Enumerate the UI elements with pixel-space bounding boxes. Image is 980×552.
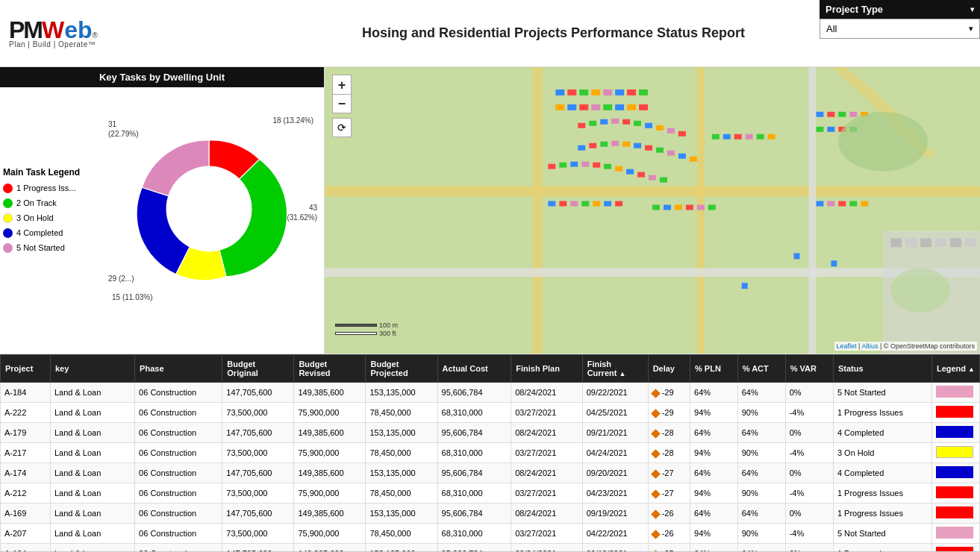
svg-rect-11 bbox=[615, 90, 624, 95]
delay-diamond bbox=[651, 469, 661, 479]
legend-label-5: 5 Not Started bbox=[16, 243, 65, 252]
svg-rect-32 bbox=[712, 134, 720, 139]
svg-rect-75 bbox=[838, 112, 846, 117]
col-project[interactable]: Project bbox=[1, 355, 51, 383]
svg-rect-57 bbox=[637, 172, 645, 178]
legend-dot-5 bbox=[3, 243, 13, 253]
col-phase[interactable]: Phase bbox=[135, 355, 222, 383]
svg-rect-85 bbox=[849, 201, 857, 207]
col-delay[interactable]: Delay bbox=[648, 355, 690, 383]
svg-rect-86 bbox=[861, 201, 868, 207]
svg-rect-33 bbox=[723, 134, 731, 139]
legend-dot-2 bbox=[3, 198, 13, 208]
dropdown-chevron: ▾ bbox=[969, 24, 973, 34]
status-swatch bbox=[936, 426, 973, 438]
svg-rect-93 bbox=[965, 238, 976, 247]
delay-diamond bbox=[651, 409, 661, 418]
legend-item-2: 2 On Track bbox=[3, 198, 99, 208]
svg-rect-76 bbox=[849, 112, 857, 117]
map-area: + − ⟳ 100 m 300 ft Leaflet | Altius | © … bbox=[325, 67, 980, 354]
col-pct-act[interactable]: % ACT bbox=[737, 355, 785, 383]
svg-rect-26 bbox=[622, 119, 630, 125]
rotate-button[interactable]: ⟳ bbox=[332, 118, 352, 137]
legend-label-4: 4 Completed bbox=[16, 228, 63, 237]
status-swatch bbox=[936, 506, 973, 518]
svg-rect-4 bbox=[325, 268, 980, 277]
svg-rect-67 bbox=[652, 205, 660, 210]
legend-dot-3 bbox=[3, 213, 13, 223]
table-row: A-174Land & Loan06 Construction147,705,6… bbox=[1, 463, 980, 483]
map-svg bbox=[325, 67, 980, 354]
logo-registered: ® bbox=[93, 32, 98, 40]
svg-rect-36 bbox=[757, 134, 764, 139]
col-key[interactable]: key bbox=[50, 355, 134, 383]
svg-rect-30 bbox=[667, 128, 675, 134]
left-panel: Key Tasks by Dwelling Unit Main Task Leg… bbox=[0, 67, 325, 354]
donut-label-top-left: 31(22.79%) bbox=[108, 119, 139, 139]
donut-label-bottom-left: 15 (11.03%) bbox=[112, 292, 152, 302]
legend-item-3: 3 On Hold bbox=[3, 213, 99, 223]
project-type-dropdown[interactable]: All ▾ bbox=[820, 19, 980, 39]
table-row: A-169Land & Loan06 Construction147,705,6… bbox=[1, 504, 980, 524]
map-scale: 100 m 300 ft bbox=[335, 322, 398, 337]
main-top: Key Tasks by Dwelling Unit Main Task Leg… bbox=[0, 67, 980, 354]
map-controls: + − ⟳ bbox=[332, 75, 352, 137]
svg-rect-88 bbox=[890, 238, 902, 247]
logo-sub: Plan | Build | Operate™ bbox=[9, 40, 136, 48]
status-swatch bbox=[936, 547, 973, 552]
svg-rect-5 bbox=[808, 67, 816, 354]
svg-rect-60 bbox=[548, 201, 555, 207]
svg-rect-6 bbox=[555, 90, 564, 95]
legend-item-4: 4 Completed bbox=[3, 228, 99, 238]
svg-rect-44 bbox=[645, 145, 652, 151]
col-finish-current[interactable]: FinishCurrent ▲ bbox=[582, 355, 648, 383]
svg-rect-18 bbox=[603, 104, 612, 110]
svg-rect-64 bbox=[593, 201, 600, 207]
panel-title: Key Tasks by Dwelling Unit bbox=[0, 67, 324, 87]
svg-rect-7 bbox=[567, 90, 576, 95]
chart-legend: Main Task Legend 1 Progress Iss... 2 On … bbox=[3, 167, 99, 258]
table-header: Project key Phase BudgetOriginal BudgetR… bbox=[1, 355, 980, 383]
svg-rect-23 bbox=[589, 121, 596, 126]
svg-rect-41 bbox=[611, 141, 619, 146]
svg-rect-97 bbox=[831, 260, 837, 266]
chart-area: Main Task Legend 1 Progress Iss... 2 On … bbox=[0, 87, 324, 337]
legend-item-1: 1 Progress Iss... bbox=[3, 184, 99, 193]
table-row: A-164Land & Loan06 Construction147,705,6… bbox=[1, 544, 980, 553]
svg-rect-98 bbox=[742, 283, 748, 289]
svg-rect-27 bbox=[634, 121, 641, 126]
col-legend[interactable]: Legend ▲ bbox=[931, 355, 979, 383]
col-status[interactable]: Status bbox=[833, 355, 931, 383]
col-budget-projected[interactable]: BudgetProjected bbox=[366, 355, 437, 383]
table-body: A-184Land & Loan06 Construction147,705,6… bbox=[1, 383, 980, 553]
delay-diamond bbox=[651, 530, 661, 539]
project-type-filter[interactable]: Project Type ▾ All ▾ bbox=[820, 0, 980, 39]
col-budget-revised[interactable]: BudgetRevised bbox=[294, 355, 366, 383]
col-pct-var[interactable]: % VAR bbox=[785, 355, 833, 383]
col-finish-plan[interactable]: Finish Plan bbox=[511, 355, 582, 383]
zoom-out-button[interactable]: − bbox=[332, 94, 352, 113]
status-swatch bbox=[936, 466, 973, 478]
svg-rect-15 bbox=[567, 104, 576, 110]
svg-rect-50 bbox=[559, 163, 567, 168]
col-actual-cost[interactable]: Actual Cost bbox=[437, 355, 511, 383]
data-table: Project key Phase BudgetOriginal BudgetR… bbox=[0, 354, 980, 552]
status-swatch bbox=[936, 486, 973, 498]
donut-svg bbox=[123, 123, 295, 295]
table-row: A-179Land & Loan06 Construction147,705,6… bbox=[1, 423, 980, 443]
col-budget-original[interactable]: BudgetOriginal bbox=[222, 355, 294, 383]
svg-rect-47 bbox=[678, 154, 686, 159]
svg-rect-53 bbox=[593, 163, 600, 168]
donut-hole bbox=[166, 166, 252, 251]
svg-rect-72 bbox=[708, 205, 716, 210]
svg-rect-46 bbox=[667, 151, 675, 156]
zoom-in-button[interactable]: + bbox=[332, 75, 352, 94]
svg-rect-19 bbox=[615, 104, 624, 110]
status-swatch bbox=[936, 386, 973, 398]
project-type-label: Project Type ▾ bbox=[820, 0, 980, 19]
col-pct-pln[interactable]: % PLN bbox=[690, 355, 738, 383]
svg-rect-34 bbox=[734, 134, 742, 139]
svg-rect-22 bbox=[578, 123, 585, 128]
svg-rect-83 bbox=[827, 201, 834, 207]
svg-rect-59 bbox=[660, 178, 667, 183]
